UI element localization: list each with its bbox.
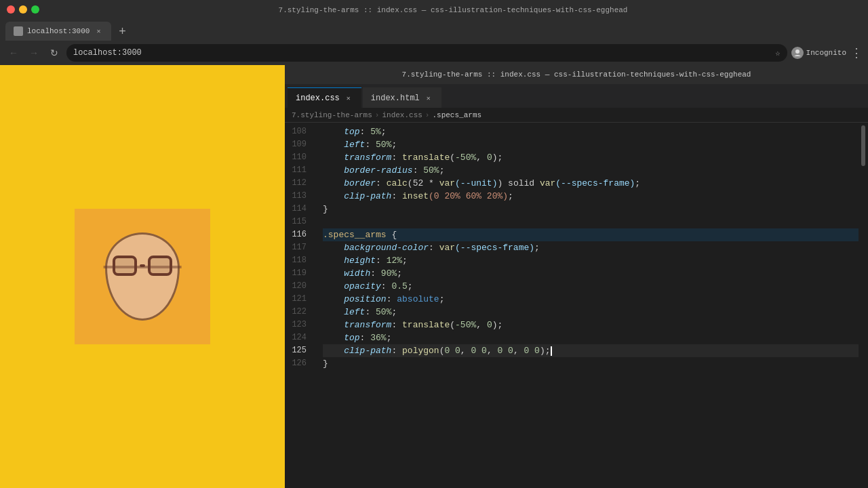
- line-num-126: 126: [285, 357, 312, 370]
- menu-dots-button[interactable]: ⋮: [850, 45, 863, 60]
- code-editor: 7.styling-the-arms :: index.css — css-il…: [285, 65, 868, 488]
- lens-left: [113, 256, 137, 276]
- svg-point-0: [795, 49, 800, 54]
- address-bar: ← → ↻ localhost:3000 ☆ Incognito ⋮: [0, 41, 868, 65]
- line-num-122: 122: [285, 306, 312, 319]
- code-line-108: top: 5%;: [323, 125, 859, 138]
- tab-index-css-close[interactable]: ✕: [344, 94, 353, 103]
- code-line-110: transform: translate(-50%, 0);: [323, 151, 859, 164]
- close-button[interactable]: [7, 5, 15, 14]
- tab-favicon: [14, 26, 23, 36]
- line-num-116: 116: [285, 228, 312, 241]
- maximize-button[interactable]: [31, 5, 39, 14]
- breadcrumb-part2: index.css: [382, 111, 422, 119]
- code-line-114: }: [323, 203, 859, 216]
- reload-button[interactable]: ↻: [46, 45, 62, 61]
- line-num-118: 118: [285, 254, 312, 267]
- tab-label: localhost:3000: [27, 27, 90, 35]
- browser-preview: [0, 65, 285, 488]
- code-line-120: opacity: 0.5;: [323, 280, 859, 293]
- tab-index-css-label: index.css: [296, 94, 340, 103]
- code-line-124: top: 36%;: [323, 331, 859, 344]
- tab-index-html-close[interactable]: ✕: [424, 94, 433, 103]
- breadcrumb-part1: 7.styling-the-arms: [292, 111, 372, 119]
- window-title: 7.styling-the-arms :: index.css — css-il…: [279, 6, 628, 14]
- code-line-115: [323, 216, 859, 228]
- code-line-121: position: absolute;: [323, 293, 859, 306]
- editor-title-bar: 7.styling-the-arms :: index.css — css-il…: [285, 65, 868, 84]
- incognito-badge: Incognito: [791, 47, 846, 59]
- lens-bridge: [140, 264, 145, 267]
- line-num-117: 117: [285, 241, 312, 254]
- line-num-115: 115: [285, 216, 312, 228]
- line-num-114: 114: [285, 203, 312, 216]
- url-bar[interactable]: localhost:3000 ☆: [66, 44, 787, 62]
- code-line-118: height: 12%;: [323, 254, 859, 267]
- line-numbers: 108 109 110 111 112 113 114 115 116 117 …: [285, 123, 317, 488]
- line-num-123: 123: [285, 319, 312, 331]
- code-line-122: left: 50%;: [323, 306, 859, 319]
- code-area[interactable]: 108 109 110 111 112 113 114 115 116 117 …: [285, 123, 868, 488]
- cursor: [551, 346, 552, 356]
- incognito-label: Incognito: [806, 49, 846, 57]
- main-content: 7.styling-the-arms :: index.css — css-il…: [0, 65, 868, 488]
- code-line-109: left: 50%;: [323, 138, 859, 151]
- new-tab-button[interactable]: +: [114, 22, 130, 41]
- incognito-icon: [791, 47, 804, 59]
- tab-index-html[interactable]: index.html ✕: [363, 87, 441, 108]
- editor-tabs: index.css ✕ index.html ✕: [285, 84, 868, 108]
- scrollbar-thumb[interactable]: [861, 125, 865, 166]
- browser-chrome: 7.styling-the-arms :: index.css — css-il…: [0, 0, 868, 65]
- line-num-109: 109: [285, 138, 312, 151]
- url-text: localhost:3000: [73, 48, 771, 58]
- browser-tab[interactable]: localhost:3000 ✕: [5, 22, 111, 41]
- forward-button[interactable]: →: [26, 45, 42, 61]
- title-bar: 7.styling-the-arms :: index.css — css-il…: [0, 0, 868, 19]
- scrollbar-track[interactable]: [859, 123, 868, 488]
- tab-close-button[interactable]: ✕: [94, 26, 103, 36]
- line-num-113: 113: [285, 190, 312, 203]
- breadcrumb-part3: .specs_arms: [432, 111, 481, 119]
- code-line-125: clip-path: polygon(0 0, 0 0, 0 0, 0 0);: [323, 344, 859, 357]
- lens-right: [148, 256, 172, 276]
- breadcrumb: 7.styling-the-arms › index.css › .specs_…: [285, 108, 868, 123]
- line-num-124: 124: [285, 331, 312, 344]
- code-line-112: border: calc(52 * var(--unit)) solid var…: [323, 177, 859, 190]
- bookmark-icon[interactable]: ☆: [775, 48, 780, 58]
- line-num-112: 112: [285, 177, 312, 190]
- tab-index-html-label: index.html: [371, 94, 420, 103]
- tab-index-css[interactable]: index.css ✕: [288, 87, 361, 108]
- code-line-111: border-radius: 50%;: [323, 164, 859, 177]
- line-num-119: 119: [285, 267, 312, 280]
- specs-frame: [112, 253, 173, 278]
- egg-character: [95, 222, 190, 331]
- line-num-121: 121: [285, 293, 312, 306]
- code-line-126: }: [323, 357, 859, 370]
- minimize-button[interactable]: [19, 5, 27, 14]
- code-line-119: width: 90%;: [323, 267, 859, 280]
- line-num-111: 111: [285, 164, 312, 177]
- code-content: top: 5%; left: 50%; transform: translate…: [317, 123, 859, 488]
- editor-title: 7.styling-the-arms :: index.css — css-il…: [402, 70, 751, 79]
- breadcrumb-sep2: ›: [425, 111, 430, 119]
- back-button[interactable]: ←: [5, 45, 22, 61]
- code-line-123: transform: translate(-50%, 0);: [323, 319, 859, 331]
- code-line-113: clip-path: inset(0 20% 60% 20%);: [323, 190, 859, 203]
- code-line-117: background-color: var(--specs-frame);: [323, 241, 859, 254]
- line-num-110: 110: [285, 151, 312, 164]
- browser-tab-bar: localhost:3000 ✕ +: [0, 19, 868, 41]
- traffic-lights: [7, 5, 39, 14]
- egg-container: [75, 209, 210, 344]
- code-line-116: .specs__arms {: [323, 228, 859, 241]
- line-num-120: 120: [285, 280, 312, 293]
- line-num-125: 125: [285, 344, 312, 357]
- breadcrumb-sep1: ›: [375, 111, 380, 119]
- prop-top: top: [323, 125, 360, 138]
- line-num-108: 108: [285, 125, 312, 138]
